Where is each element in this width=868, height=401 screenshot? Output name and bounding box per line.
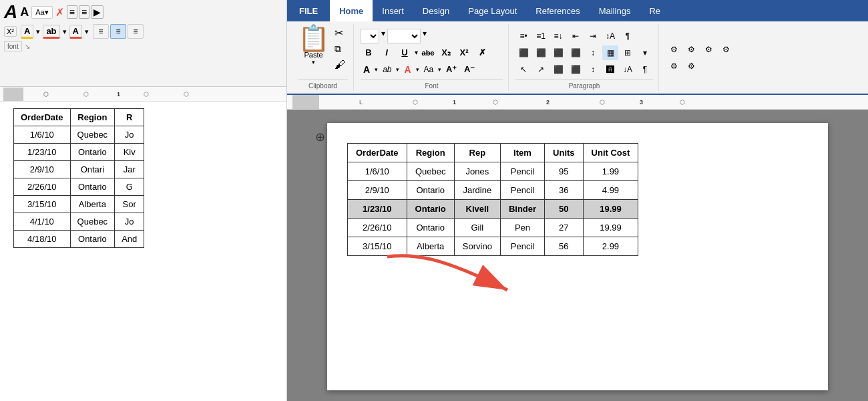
left-table-cell: 3/15/10 bbox=[14, 196, 71, 213]
paste-btn[interactable]: 📋 Paste ▾ bbox=[298, 25, 329, 65]
underline-dropdown[interactable]: ▾ bbox=[415, 49, 418, 56]
font-size-small-btn[interactable]: A bbox=[20, 6, 29, 18]
right-table-cell: 3/15/10 bbox=[348, 237, 407, 256]
move-cursor-icon[interactable]: ⊕ bbox=[315, 130, 325, 144]
para-icon3e[interactable]: ↕ bbox=[585, 62, 601, 77]
clear-format-icon[interactable]: ✗ bbox=[55, 6, 64, 19]
font-size-large-btn[interactable]: A bbox=[4, 3, 17, 21]
font-size-select[interactable] bbox=[387, 29, 421, 43]
paragraph-section: ≡• ≡1 ≡↓ ⇤ ⇥ ↕A ¶ ⬛ ⬛ ⬛ ⬛ ↕ ▦ ⊞ ▾ bbox=[510, 24, 659, 91]
right-table-cell: 2.99 bbox=[583, 237, 638, 256]
superscript-btn[interactable]: X² bbox=[4, 26, 17, 37]
align-center-btn-right[interactable]: ⬛ bbox=[533, 45, 549, 60]
align-left-btn-right[interactable]: ⬛ bbox=[515, 45, 531, 60]
font-color-btn[interactable]: ab bbox=[43, 25, 59, 39]
tab-mailings[interactable]: Mailings bbox=[590, 0, 640, 21]
tab-re[interactable]: Re bbox=[640, 0, 670, 21]
style-icon1[interactable]: ⚙ bbox=[666, 42, 682, 57]
para-shade-btn[interactable]: ▦ bbox=[602, 45, 618, 60]
tab-bar: FILE Home Insert Design Page Layout Refe… bbox=[287, 0, 868, 21]
tab-references[interactable]: References bbox=[526, 0, 589, 21]
borders-btn[interactable]: ⊞ bbox=[620, 45, 636, 60]
para-icon3g[interactable]: ↓A bbox=[620, 62, 636, 77]
para-icon3d[interactable]: ⬛ bbox=[568, 62, 584, 77]
para-icon3h[interactable]: ¶ bbox=[637, 62, 653, 77]
right-table-row: 1/23/10OntarioKivellBinder5019.99 bbox=[348, 200, 638, 219]
font-red-dropdown[interactable]: ▾ bbox=[416, 66, 419, 73]
right-table-cell: 2/9/10 bbox=[348, 181, 407, 200]
number-list-btn[interactable]: ≡ bbox=[79, 5, 89, 19]
para-icon3c[interactable]: ⬛ bbox=[550, 62, 566, 77]
font-aa-dropdown[interactable]: ▾ bbox=[438, 66, 441, 73]
align-center-btn[interactable]: ≡ bbox=[110, 24, 126, 39]
align-right-btn[interactable]: ≡ bbox=[128, 24, 144, 39]
style-icon4[interactable]: ⚙ bbox=[718, 42, 734, 57]
left-table-cell: Alberta bbox=[70, 196, 115, 213]
font-name-dropdown[interactable]: ▾ bbox=[381, 29, 385, 43]
font-dialog-launcher[interactable]: ↘ bbox=[25, 43, 30, 50]
subscript-btn[interactable]: X₂ bbox=[438, 45, 454, 60]
font-name-select[interactable] bbox=[361, 29, 379, 43]
decrease-indent-btn[interactable]: ⇤ bbox=[568, 29, 584, 43]
para-icon3a[interactable]: ↖ bbox=[515, 62, 531, 77]
style-icon6[interactable]: ⚙ bbox=[683, 59, 699, 74]
bullet-list-btn-right[interactable]: ≡• bbox=[515, 29, 531, 43]
align-left-btn[interactable]: ≡ bbox=[93, 24, 109, 39]
bold-btn[interactable]: B bbox=[361, 45, 377, 60]
font-aa-btn[interactable]: Aa▾ bbox=[31, 6, 52, 19]
tab-file[interactable]: FILE bbox=[287, 0, 330, 21]
strikethrough-btn[interactable]: abc bbox=[420, 45, 436, 60]
font-aa-btn-right[interactable]: Aa bbox=[421, 63, 437, 76]
bullet-list-btn[interactable]: ≡ bbox=[67, 5, 77, 19]
borders-dropdown[interactable]: ▾ bbox=[637, 45, 653, 60]
font-color-a-btn[interactable]: A bbox=[361, 63, 373, 76]
left-table-cell: Quebec bbox=[70, 126, 115, 144]
tab-insert[interactable]: Insert bbox=[373, 0, 413, 21]
font-color-dropdown-2[interactable]: ▾ bbox=[375, 66, 378, 73]
font-grow-btn[interactable]: A⁺ bbox=[443, 62, 459, 77]
right-table-cell: Ontario bbox=[407, 200, 454, 219]
superscript-btn[interactable]: X² bbox=[456, 45, 472, 60]
tab-design[interactable]: Design bbox=[413, 0, 459, 21]
justify-btn[interactable]: ⬛ bbox=[568, 45, 584, 60]
style-icon3[interactable]: ⚙ bbox=[700, 42, 716, 57]
right-table-cell: Pencil bbox=[500, 181, 544, 200]
style-icon5[interactable]: ⚙ bbox=[666, 59, 682, 74]
font-color-red-btn[interactable]: A bbox=[69, 25, 82, 39]
font-color-red-dropdown[interactable]: ▾ bbox=[85, 27, 89, 36]
para-icon3b[interactable]: ↗ bbox=[533, 62, 549, 77]
style-icon2[interactable]: ⚙ bbox=[683, 42, 699, 57]
line-spacing-btn[interactable]: ↕ bbox=[585, 45, 601, 60]
cut-icon[interactable]: ✂ bbox=[332, 25, 348, 41]
tab-page-layout[interactable]: Page Layout bbox=[459, 0, 526, 21]
highlight-dropdown-2[interactable]: ▾ bbox=[396, 66, 399, 73]
highlight-dropdown[interactable]: ▾ bbox=[36, 27, 40, 36]
show-hide-btn[interactable]: ¶ bbox=[620, 29, 636, 43]
font-red-color-btn[interactable]: A bbox=[401, 63, 413, 76]
font-color-dropdown[interactable]: ▾ bbox=[63, 27, 67, 36]
copy-icon[interactable]: ⧉ bbox=[332, 42, 348, 56]
indent-btn[interactable]: ▶ bbox=[91, 5, 103, 19]
para-icon3f[interactable]: 🅰 bbox=[602, 62, 618, 77]
tab-home[interactable]: Home bbox=[330, 0, 373, 21]
text-highlight-btn[interactable]: ab bbox=[380, 63, 394, 76]
paste-dropdown-arrow[interactable]: ▾ bbox=[312, 59, 315, 65]
format-painter-icon[interactable]: 🖌 bbox=[332, 57, 348, 72]
ribbon-row2: X² A ▾ ab ▾ A ▾ ≡ ≡ ≡ bbox=[4, 24, 282, 39]
increase-indent-btn[interactable]: ⇥ bbox=[585, 29, 601, 43]
left-table-cell: Jar bbox=[115, 161, 144, 178]
align-right-btn-right[interactable]: ⬛ bbox=[550, 45, 566, 60]
sort-btn[interactable]: ↕A bbox=[602, 29, 618, 43]
italic-btn[interactable]: I bbox=[379, 45, 395, 60]
left-table-cell: Ontario bbox=[70, 144, 115, 161]
right-table-cell: Pen bbox=[500, 219, 544, 237]
eraser-btn[interactable]: ✗ bbox=[474, 45, 490, 60]
underline-btn[interactable]: U bbox=[397, 45, 413, 60]
right-table-header: Unit Cost bbox=[583, 144, 638, 162]
multilevel-list-btn[interactable]: ≡↓ bbox=[550, 29, 566, 43]
font-highlight-btn[interactable]: A bbox=[21, 25, 33, 39]
font-size-dropdown[interactable]: ▾ bbox=[423, 29, 427, 43]
numbered-list-btn[interactable]: ≡1 bbox=[533, 29, 549, 43]
left-table-header-orderdate: OrderDate bbox=[14, 109, 71, 126]
font-shrink-btn[interactable]: A⁻ bbox=[461, 62, 477, 77]
